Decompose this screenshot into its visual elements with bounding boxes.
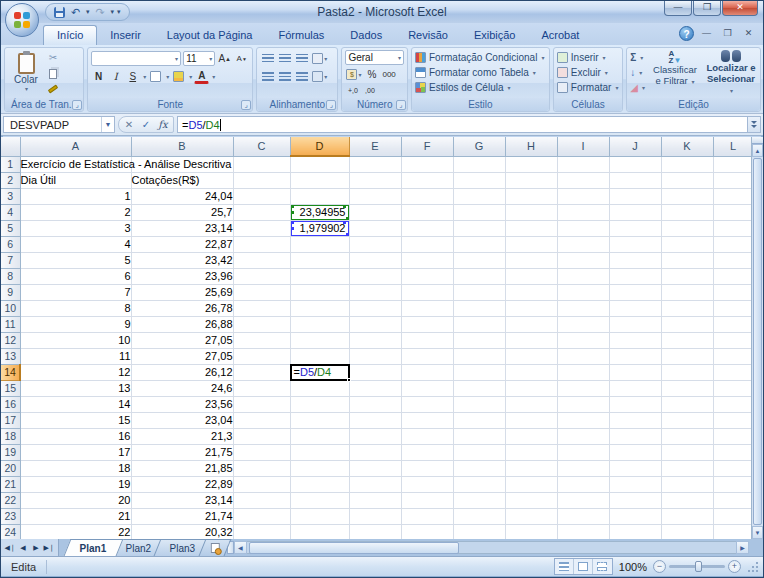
cell-I14[interactable] <box>557 364 609 380</box>
cell-G4[interactable] <box>453 204 505 220</box>
row-header-23[interactable]: 23 <box>1 508 20 524</box>
cell-A19[interactable]: 17 <box>20 444 131 460</box>
cell-D13[interactable] <box>290 348 349 364</box>
cell-B16[interactable]: 23,56 <box>131 396 233 412</box>
cell-H17[interactable] <box>505 412 557 428</box>
cell-D16[interactable] <box>290 396 349 412</box>
cell-B7[interactable]: 23,42 <box>131 252 233 268</box>
cell-H5[interactable] <box>505 220 557 236</box>
sheet-tab-plan1[interactable]: Plan1 <box>64 539 124 556</box>
workbook-restore-icon[interactable]: ❒ <box>719 27 736 41</box>
cell-I17[interactable] <box>557 412 609 428</box>
zoom-track[interactable] <box>669 565 725 568</box>
cell-H3[interactable] <box>505 188 557 204</box>
cell-D12[interactable] <box>290 332 349 348</box>
restore-button[interactable]: ❒ <box>693 1 721 16</box>
cell-D24[interactable] <box>290 524 349 539</box>
cell-E8[interactable] <box>349 268 401 284</box>
cell-I18[interactable] <box>557 428 609 444</box>
cell-J9[interactable] <box>609 284 661 300</box>
cell-D23[interactable] <box>290 508 349 524</box>
save-icon[interactable] <box>54 7 65 18</box>
insert-function-icon[interactable]: ƒx <box>155 119 171 130</box>
cell-L15[interactable] <box>713 380 753 396</box>
editing-cell-formula[interactable]: =D5/D4 <box>290 364 350 381</box>
cell-J1[interactable] <box>609 156 661 172</box>
cell-C12[interactable] <box>233 332 290 348</box>
percent-button[interactable]: % <box>364 67 379 82</box>
cell-B3[interactable]: 24,04 <box>131 188 233 204</box>
cell-L2[interactable] <box>713 172 753 188</box>
ribbon-tab-inserir[interactable]: Inserir <box>97 26 154 45</box>
cell-F3[interactable] <box>401 188 453 204</box>
cell-F2[interactable] <box>401 172 453 188</box>
cell-F13[interactable] <box>401 348 453 364</box>
cell-D2[interactable] <box>290 172 349 188</box>
cell-C19[interactable] <box>233 444 290 460</box>
copy-button[interactable] <box>44 66 62 82</box>
comma-style-button[interactable]: 000 <box>381 67 396 82</box>
cell-F21[interactable] <box>401 476 453 492</box>
cell-E18[interactable] <box>349 428 401 444</box>
format-cells-button[interactable]: Formatar▾ <box>557 80 619 95</box>
align-left-button[interactable] <box>260 69 275 84</box>
ribbon-tab-layout-da-página[interactable]: Layout da Página <box>154 26 266 45</box>
cell-K14[interactable] <box>661 364 713 380</box>
cell-E2[interactable] <box>349 172 401 188</box>
cell-J20[interactable] <box>609 460 661 476</box>
cell-H24[interactable] <box>505 524 557 539</box>
cell-A7[interactable]: 5 <box>20 252 131 268</box>
cell-G5[interactable] <box>453 220 505 236</box>
cell-I19[interactable] <box>557 444 609 460</box>
row-header-8[interactable]: 8 <box>1 268 20 284</box>
orientation-button[interactable]: ▾ <box>311 51 328 66</box>
cell-G12[interactable] <box>453 332 505 348</box>
cell-K8[interactable] <box>661 268 713 284</box>
first-sheet-icon[interactable]: ◀❘ <box>4 544 16 552</box>
cell-A5[interactable]: 3 <box>20 220 131 236</box>
cell-I10[interactable] <box>557 300 609 316</box>
cell-B23[interactable]: 21,74 <box>131 508 233 524</box>
cell-G19[interactable] <box>453 444 505 460</box>
cell-J11[interactable] <box>609 316 661 332</box>
cell-L8[interactable] <box>713 268 753 284</box>
cell-C17[interactable] <box>233 412 290 428</box>
cell-L14[interactable] <box>713 364 753 380</box>
column-header-G[interactable]: G <box>453 137 505 156</box>
cell-G17[interactable] <box>453 412 505 428</box>
formula-bar-expand-button[interactable] <box>747 116 761 133</box>
cell-C9[interactable] <box>233 284 290 300</box>
cell-C2[interactable] <box>233 172 290 188</box>
cell-K19[interactable] <box>661 444 713 460</box>
cell-E5[interactable] <box>349 220 401 236</box>
cell-F18[interactable] <box>401 428 453 444</box>
cell-K15[interactable] <box>661 380 713 396</box>
cell-L13[interactable] <box>713 348 753 364</box>
cell-I8[interactable] <box>557 268 609 284</box>
cell-C18[interactable] <box>233 428 290 444</box>
cell-F10[interactable] <box>401 300 453 316</box>
cell-J8[interactable] <box>609 268 661 284</box>
cell-E11[interactable] <box>349 316 401 332</box>
cell-J10[interactable] <box>609 300 661 316</box>
cell-G6[interactable] <box>453 236 505 252</box>
cell-A22[interactable]: 20 <box>20 492 131 508</box>
find-select-button[interactable]: Localizar e Selecionar ▾ <box>705 50 757 97</box>
paste-button[interactable]: Colar ▾ <box>8 50 44 97</box>
row-header-17[interactable]: 17 <box>1 412 20 428</box>
cell-D11[interactable] <box>290 316 349 332</box>
cell-C22[interactable] <box>233 492 290 508</box>
cell-B15[interactable]: 24,6 <box>131 380 233 396</box>
cell-B13[interactable]: 27,05 <box>131 348 233 364</box>
cell-E12[interactable] <box>349 332 401 348</box>
cell-L18[interactable] <box>713 428 753 444</box>
cell-K4[interactable] <box>661 204 713 220</box>
row-header-12[interactable]: 12 <box>1 332 20 348</box>
cell-B18[interactable]: 21,3 <box>131 428 233 444</box>
paste-dropdown-icon[interactable]: ▾ <box>25 85 28 92</box>
cell-H16[interactable] <box>505 396 557 412</box>
cell-E21[interactable] <box>349 476 401 492</box>
cell-G20[interactable] <box>453 460 505 476</box>
cell-J6[interactable] <box>609 236 661 252</box>
cell-F1[interactable] <box>401 156 453 172</box>
